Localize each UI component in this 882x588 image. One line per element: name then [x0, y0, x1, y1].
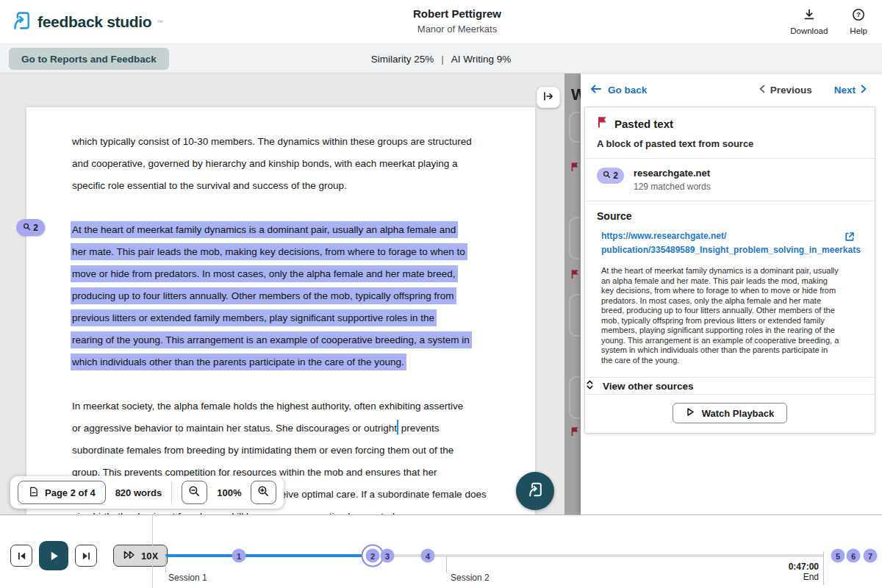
doc-paragraph-1: which typically consist of 10-30 members…: [72, 131, 487, 197]
view-other-sources-label: View other sources: [603, 381, 694, 392]
zoom-in-icon: [257, 485, 270, 500]
doc-line: and cooperative, governed by hierarchy a…: [72, 153, 487, 175]
help-button[interactable]: ? Help: [850, 8, 867, 35]
play-outline-icon: [686, 407, 695, 419]
search-icon: [603, 171, 611, 181]
timeline-marker[interactable]: 5: [831, 549, 845, 563]
match-count-badge[interactable]: 2: [16, 219, 45, 236]
search-icon: [23, 223, 31, 233]
doc-line: In meerkat society, the alpha female hol…: [72, 395, 487, 417]
match-count: 2: [33, 223, 38, 233]
previous-button[interactable]: Previous: [759, 85, 812, 96]
svg-text:?: ?: [856, 10, 861, 18]
header-actions: Download ? Help: [790, 8, 867, 35]
help-label: Help: [850, 26, 867, 35]
source-excerpt: At the heart of meerkat family dynamics …: [601, 266, 839, 365]
view-other-sources-button[interactable]: View other sources: [585, 378, 875, 395]
doc-line: her mate. This pair leads the mob, makin…: [72, 241, 487, 263]
ai-writing-score: AI Writing 9%: [451, 53, 512, 64]
panel-navigation: Go back Previous Next: [581, 74, 882, 107]
zoom-in-button[interactable]: [251, 481, 276, 504]
go-back-label: Go back: [608, 85, 647, 96]
doc-paragraph-2-highlighted[interactable]: At the heart of meerkat family dynamics …: [72, 219, 487, 373]
watch-playback-section: Watch Playback: [585, 395, 875, 433]
doc-line: which individuals other than the parents…: [72, 351, 487, 373]
timeline-marker[interactable]: 4: [421, 549, 435, 563]
download-button[interactable]: Download: [790, 8, 828, 35]
similarity-score: Similarity 25%: [371, 53, 434, 64]
end-time: 0:47:00: [757, 562, 819, 572]
source-domain: researchgate.net: [634, 168, 711, 179]
session-tick: [165, 556, 166, 573]
go-back-button[interactable]: Go back: [590, 84, 647, 96]
doc-line: specific role essential to the survival …: [72, 175, 487, 197]
timeline-marker[interactable]: 7: [864, 549, 878, 563]
matched-words-count: 129 matched words: [634, 182, 711, 192]
document-page: which typically consist of 10-30 members…: [26, 107, 535, 514]
document-name: Manor of Meerkats: [413, 24, 501, 35]
app-header: feedback studio ™ Robert Pettigrew Manor…: [0, 0, 882, 44]
match-count-pill: 2: [597, 168, 624, 184]
zoom-out-button[interactable]: [182, 481, 207, 504]
external-link-icon[interactable]: [844, 231, 856, 245]
timeline: Session 1 Session 2 0:47:00 End 1234567: [0, 515, 882, 588]
dimmed-panel-strip: W: [564, 74, 581, 514]
logo-trademark: ™: [157, 19, 162, 26]
flag-icon: [570, 426, 579, 440]
flag-icon: [570, 269, 579, 282]
chevron-right-icon: [861, 85, 867, 96]
end-label: End: [757, 572, 819, 582]
feedback-studio-logo: feedback studio ™: [10, 10, 162, 35]
card-title: Pasted text: [614, 118, 673, 130]
back-arrow-icon: [590, 84, 602, 96]
session-2-label: Session 2: [451, 573, 490, 583]
card-description: A block of pasted text from source: [597, 138, 863, 149]
chevron-left-icon: [759, 85, 765, 96]
timeline-marker[interactable]: 6: [847, 549, 861, 563]
similarity-summary: Similarity 25%|AI Writing 9%: [371, 53, 512, 64]
page-indicator-label: Page 2 of 4: [45, 487, 96, 498]
dimmed-card: [569, 217, 581, 259]
timeline-progress: [165, 554, 373, 557]
logo-wordmark: feedback studio: [37, 13, 151, 31]
dimmed-panel-letter: W: [571, 85, 581, 104]
playback-bar: 10X Session 1 Session 2 0:47:00 End 1234…: [0, 514, 882, 588]
timeline-marker[interactable]: 3: [381, 549, 395, 563]
next-button[interactable]: Next: [834, 85, 867, 96]
document-toolbar: Page 2 of 4 820 words 100%: [10, 476, 284, 509]
end-tick: [823, 552, 824, 585]
end-time-block: 0:47:00 End: [757, 562, 819, 582]
dimmed-card: [569, 294, 581, 337]
document-text: which typically consist of 10-30 members…: [72, 131, 487, 514]
source-heading: Source: [597, 210, 863, 222]
help-icon: ?: [852, 8, 865, 24]
doc-line: At the heart of meerkat family dynamics …: [72, 219, 487, 241]
doc-line: subordinate females from breeding by int…: [72, 440, 487, 462]
previous-label: Previous: [770, 85, 812, 96]
watch-playback-label: Watch Playback: [702, 408, 775, 419]
dimmed-card: [569, 376, 581, 419]
collapse-panel-button[interactable]: [537, 87, 560, 108]
download-icon: [803, 8, 816, 24]
doc-line: rearing of the young. This arrangement i…: [72, 329, 487, 351]
main-area: which typically consist of 10-30 members…: [0, 74, 882, 514]
session-tick: [446, 556, 447, 573]
timeline-marker[interactable]: 2: [366, 549, 380, 563]
report-subheader: Go to Reports and Feedback Similarity 25…: [0, 44, 882, 74]
source-match-row[interactable]: 2 researchgate.net 129 matched words: [585, 159, 875, 201]
match-count: 2: [613, 171, 618, 181]
doc-line: previous litters or extended family memb…: [72, 307, 487, 329]
pasted-text-card: Pasted text A block of pasted text from …: [584, 107, 875, 434]
source-url-link[interactable]: https://www.researchgate.net/ publicatio…: [601, 229, 844, 257]
flag-icon: [597, 116, 607, 131]
author-name: Robert Pettigrew: [413, 7, 501, 20]
match-detail-panel: Go back Previous Next: [581, 74, 882, 514]
download-label: Download: [790, 26, 828, 35]
timeline-marker[interactable]: 1: [232, 549, 246, 563]
page-indicator-button[interactable]: Page 2 of 4: [18, 481, 106, 504]
flag-icon: [570, 162, 579, 175]
feedback-studio-fab-button[interactable]: [516, 472, 554, 510]
go-to-reports-button[interactable]: Go to Reports and Feedback: [9, 48, 169, 70]
page-icon: [28, 486, 39, 500]
watch-playback-button[interactable]: Watch Playback: [673, 403, 788, 423]
